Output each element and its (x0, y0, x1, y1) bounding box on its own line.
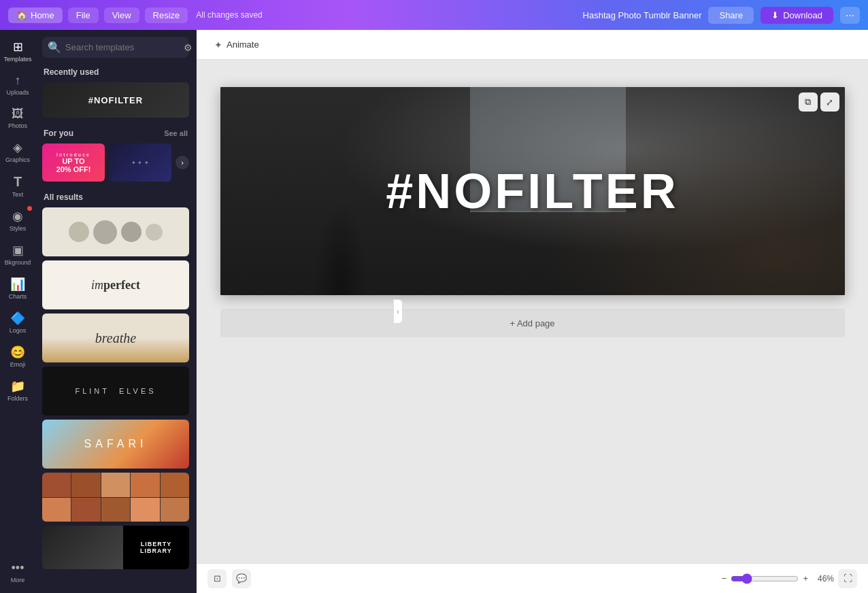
hide-panel-button[interactable]: ‹ (393, 299, 403, 324)
sidebar-item-text[interactable]: T Text (2, 170, 33, 202)
recently-used-grid: #NOFILTER (35, 80, 196, 124)
animate-button[interactable]: ✦ Animate (207, 36, 266, 54)
file-label: File (76, 10, 90, 20)
sidebar-item-graphics[interactable]: ◈ Graphics (2, 136, 33, 167)
home-label: Home (31, 10, 54, 20)
search-input[interactable] (65, 42, 180, 52)
template-safari[interactable]: SAFARI (42, 420, 189, 469)
view-button[interactable]: View (104, 7, 139, 23)
resize-button[interactable]: Resize (145, 7, 188, 23)
fullscreen-canvas-button[interactable]: ⤢ (820, 92, 839, 112)
sidebar-item-uploads[interactable]: ↑ Uploads (2, 69, 33, 100)
all-results-label: All results (44, 192, 83, 202)
recently-used-label: Recently used (44, 67, 99, 77)
main-area: ⊞ Templates ↑ Uploads 🖼 Photos ◈ Graphic… (0, 30, 868, 593)
for-you-row: Introduce UP TO 20% OFF! ✦ ✦ ✦ › (35, 141, 196, 188)
template-flint-elves[interactable]: FLINT ELVES (42, 367, 189, 416)
for-you-thumb-pink[interactable]: Introduce UP TO 20% OFF! (42, 143, 105, 182)
background-icon: ▣ (12, 243, 24, 258)
share-button[interactable]: Share (708, 7, 754, 24)
zoom-slider[interactable] (731, 573, 799, 584)
sidebar-item-background[interactable]: ▣ Bkground (2, 239, 33, 270)
fullscreen-button[interactable]: ⛶ (838, 569, 857, 588)
recently-thumb-text: #NOFILTER (88, 95, 143, 105)
photos-icon: 🖼 (12, 107, 24, 121)
more-icon: ••• (12, 561, 24, 575)
file-button[interactable]: File (68, 7, 99, 23)
canvas-scroll[interactable]: #NOFILTER ⧉ ⤢ + Add page (197, 60, 868, 563)
template-breathe[interactable]: breathe (42, 314, 189, 362)
add-page-button[interactable]: + Add page (220, 309, 845, 337)
home-button[interactable]: 🏠 Home (8, 7, 63, 23)
canvas-controls: ⧉ ⤢ (799, 92, 839, 112)
charts-icon: 📊 (10, 277, 25, 292)
styles-icon: ◉ (12, 209, 23, 224)
see-all-link[interactable]: See all (164, 129, 188, 137)
for-you-label: For you (44, 129, 73, 138)
templates-panel: 🔍 ⚙ Recently used #NOFILTER For you See … (35, 30, 197, 593)
templates-icon: ⊞ (13, 39, 23, 54)
comment-icon: 💬 (236, 573, 247, 583)
sidebar-item-charts[interactable]: 📊 Charts (2, 273, 33, 304)
sidebar-item-photos[interactable]: 🖼 Photos (2, 103, 33, 133)
download-icon: ⬇ (771, 10, 779, 20)
home-icon: 🏠 (16, 10, 27, 20)
view-label: View (112, 10, 131, 20)
search-icon: 🔍 (48, 41, 61, 54)
recently-used-thumb[interactable]: #NOFILTER (42, 82, 189, 118)
topbar: 🏠 Home File View Resize All changes save… (0, 0, 868, 30)
styles-badge (27, 206, 32, 211)
folders-icon: 📁 (10, 379, 25, 394)
sidebar-item-more[interactable]: ••• More (2, 557, 33, 588)
page-icon: ⊡ (214, 573, 221, 583)
for-you-thumb-dark[interactable]: ✦ ✦ ✦ (109, 143, 171, 182)
zoom-value: 46% (812, 574, 834, 583)
sidebar-item-folders[interactable]: 📁 Folders (2, 375, 33, 406)
text-icon: T (14, 174, 22, 190)
filter-icon[interactable]: ⚙ (184, 42, 193, 53)
download-button[interactable]: ⬇ Download (761, 7, 833, 24)
sidebar-item-emoji[interactable]: 😊 Emoji (2, 341, 33, 372)
plant-silhouette (314, 200, 368, 295)
resize-label: Resize (153, 10, 180, 20)
zoom-out-icon: − (722, 573, 727, 583)
saved-status: All changes saved (196, 10, 262, 20)
for-you-next-button[interactable]: › (176, 156, 189, 169)
animate-label: Animate (227, 39, 259, 50)
sidebar-item-logos[interactable]: 🔷 Logos (2, 307, 33, 338)
search-bar[interactable]: 🔍 ⚙ (42, 37, 189, 58)
sidebar-item-templates[interactable]: ⊞ Templates (2, 35, 33, 67)
more-icon: ⋯ (846, 10, 854, 20)
graphics-icon: ◈ (13, 140, 22, 155)
all-results-grid: imperfect breathe FLINT ELVES SAFARI (35, 205, 196, 576)
topbar-right: Hashtag Photo Tumblr Banner Share ⬇ Down… (583, 7, 860, 24)
template-liberty-library[interactable]: LIBERTY LIBRARY (42, 526, 189, 569)
design-canvas[interactable]: #NOFILTER ⧉ ⤢ (220, 87, 845, 295)
logos-icon: 🔷 (10, 311, 25, 326)
sidebar-item-styles[interactable]: ◉ Styles (2, 205, 33, 236)
template-imperfect[interactable]: imperfect (42, 260, 189, 309)
emoji-icon: 😊 (10, 345, 25, 360)
icon-nav: ⊞ Templates ↑ Uploads 🖼 Photos ◈ Graphic… (0, 30, 35, 593)
zoom-in-icon: + (803, 573, 808, 583)
template-circles[interactable] (42, 207, 189, 256)
animate-icon: ✦ (214, 39, 222, 50)
more-options-button[interactable]: ⋯ (840, 7, 860, 24)
canvas-main-text: #NOFILTER (386, 163, 679, 219)
page-button[interactable]: ⊡ (207, 569, 227, 588)
add-page-label: + Add page (510, 318, 554, 328)
uploads-icon: ↑ (15, 73, 21, 88)
bottom-toolbar: ⊡ 💬 − + 46% ⛶ (197, 563, 868, 593)
canvas-area: ‹ ✦ Animate #NOFILTER ⧉ ⤢ (197, 30, 868, 593)
template-mosaic[interactable] (42, 473, 189, 522)
zoom-controls: − + 46% ⛶ (722, 569, 857, 588)
comment-button[interactable]: 💬 (232, 569, 251, 588)
copy-button[interactable]: ⧉ (799, 92, 818, 112)
canvas-toolbar: ✦ Animate (197, 30, 868, 60)
project-title: Hashtag Photo Tumblr Banner (583, 10, 702, 20)
